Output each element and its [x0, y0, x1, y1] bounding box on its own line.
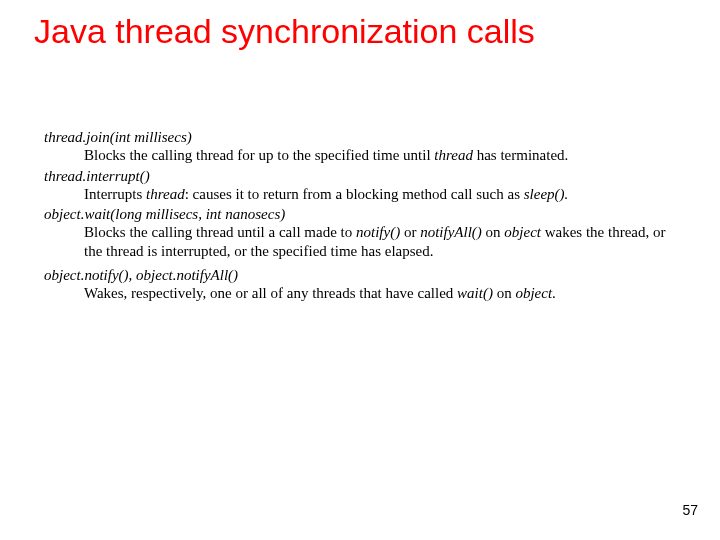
method-signature: object.notify(), object.notifyAll() — [44, 266, 674, 284]
italic-term: notifyAll() — [420, 224, 482, 240]
method-description: Blocks the calling thread for up to the … — [84, 146, 674, 164]
slide-body: thread.join(int millisecs) Blocks the ca… — [44, 128, 674, 305]
italic-term: object — [515, 285, 552, 301]
italic-term: sleep(). — [524, 186, 569, 202]
text: Blocks the calling thread until a call m… — [84, 224, 356, 240]
slide: Java thread synchronization calls thread… — [0, 0, 720, 540]
text: on — [482, 224, 505, 240]
italic-term: notify() — [356, 224, 400, 240]
page-number: 57 — [682, 502, 698, 518]
method-signature: thread.interrupt() — [44, 167, 674, 185]
text: Wakes, respectively, one or all of any t… — [84, 285, 457, 301]
text: Interrupts — [84, 186, 146, 202]
text: has terminated. — [473, 147, 568, 163]
text: Blocks the calling thread for up to the … — [84, 147, 434, 163]
text: . — [552, 285, 556, 301]
text: or — [400, 224, 420, 240]
method-description: Interrupts thread: causes it to return f… — [84, 185, 674, 203]
italic-term: wait() — [457, 285, 493, 301]
italic-term: thread — [146, 186, 185, 202]
text: on — [493, 285, 516, 301]
method-description: Wakes, respectively, one or all of any t… — [84, 284, 674, 302]
entry: object.wait(long millisecs, int nanosecs… — [44, 205, 674, 260]
italic-term: object — [504, 224, 541, 240]
method-signature: object.wait(long millisecs, int nanosecs… — [44, 205, 674, 223]
method-signature: thread.join(int millisecs) — [44, 128, 674, 146]
method-description: Blocks the calling thread until a call m… — [84, 223, 674, 260]
slide-title: Java thread synchronization calls — [34, 12, 700, 51]
entry: thread.join(int millisecs) Blocks the ca… — [44, 128, 674, 165]
text: : causes it to return from a blocking me… — [185, 186, 524, 202]
entry: object.notify(), object.notifyAll() Wake… — [44, 266, 674, 303]
italic-term: thread — [434, 147, 473, 163]
entry: thread.interrupt() Interrupts thread: ca… — [44, 167, 674, 204]
